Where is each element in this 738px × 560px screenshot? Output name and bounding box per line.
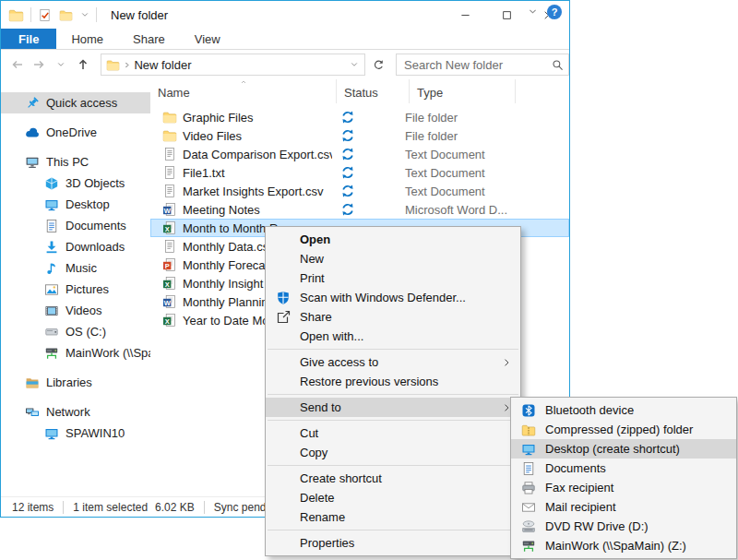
- minimize-button[interactable]: [445, 1, 486, 29]
- sidebar-item[interactable]: Music: [1, 257, 150, 279]
- sidebar-item[interactable]: Quick access: [1, 92, 150, 113]
- menu-item[interactable]: Copy: [266, 443, 520, 462]
- menu-item[interactable]: Documents: [511, 459, 736, 478]
- column-header[interactable]: Name: [150, 79, 337, 103]
- menu-item[interactable]: MainWork (\\SpaMain) (Z:): [511, 536, 736, 555]
- menu-item[interactable]: Properties: [266, 533, 520, 553]
- menu-item-label: Properties: [300, 536, 512, 550]
- search-icon[interactable]: [552, 58, 564, 75]
- file-row[interactable]: Data Comparison Export.csv Text Document: [150, 145, 569, 163]
- menu-item[interactable]: [268, 465, 518, 466]
- column-headers: Name Status Type: [150, 79, 569, 103]
- sidebar-item[interactable]: OneDrive: [1, 122, 150, 143]
- menu-item[interactable]: Give access to: [266, 352, 520, 372]
- sidebar-item-label: Downloads: [65, 240, 125, 254]
- back-button[interactable]: [6, 54, 29, 76]
- ribbon-tab[interactable]: Home: [56, 29, 118, 49]
- maximize-button[interactable]: [486, 1, 528, 29]
- menu-item[interactable]: Mail recipient: [511, 497, 736, 517]
- video-icon: [44, 304, 59, 318]
- expand-ribbon-chevron-icon[interactable]: [528, 6, 538, 17]
- music-icon: [44, 261, 59, 276]
- titlebar-divider: [96, 7, 97, 22]
- menu-item[interactable]: Open with...: [266, 327, 520, 346]
- sidebar-item[interactable]: 3D Objects: [1, 173, 150, 194]
- address-dropdown-chevron-icon[interactable]: [350, 60, 359, 69]
- menu-item[interactable]: Desktop (create shortcut): [511, 439, 736, 459]
- menu-item[interactable]: Create shortcut: [266, 469, 520, 488]
- sidebar-item[interactable]: Network: [1, 401, 150, 423]
- send-to-submenu: Bluetooth device Compressed (zipped) fol…: [510, 397, 737, 559]
- menu-item[interactable]: Open: [266, 230, 520, 249]
- recent-locations-chevron-icon[interactable]: [50, 54, 72, 76]
- text-icon: [162, 165, 177, 180]
- column-header[interactable]: Type: [410, 79, 516, 103]
- sidebar-item-label: Desktop: [65, 197, 110, 211]
- breadcrumb-chevron-icon[interactable]: [120, 61, 134, 69]
- sidebar-item[interactable]: Videos: [1, 300, 150, 321]
- sidebar-item[interactable]: OS (C:): [1, 321, 150, 342]
- menu-item[interactable]: Fax recipient: [511, 478, 736, 497]
- menu-item[interactable]: New: [266, 249, 520, 268]
- sidebar-item[interactable]: Libraries: [1, 372, 150, 393]
- up-button[interactable]: [72, 54, 94, 76]
- ribbon-tabs: File Home Share View: [1, 29, 569, 50]
- address-bar[interactable]: New folder: [101, 54, 365, 76]
- ribbon-tab[interactable]: Share: [118, 29, 180, 49]
- sidebar-item[interactable]: Desktop: [1, 194, 150, 215]
- file-type: Microsoft Word D...: [405, 203, 507, 217]
- refresh-button[interactable]: [368, 54, 388, 76]
- sidebar-item-label: Documents: [65, 219, 126, 232]
- ribbon-tab[interactable]: File: [1, 29, 56, 49]
- file-name: Data Comparison Export.csv: [177, 148, 332, 161]
- menu-item[interactable]: [268, 394, 518, 395]
- breadcrumb[interactable]: New folder: [134, 58, 191, 72]
- menu-item[interactable]: Print: [266, 268, 520, 288]
- file-name: File1.txt: [177, 166, 332, 180]
- menu-item[interactable]: Cut: [266, 423, 520, 443]
- menu-item-label: DVD RW Drive (D:): [545, 519, 728, 533]
- menu-item-label: Restore previous versions: [300, 375, 512, 388]
- file-row[interactable]: Market Insights Export.csv Text Document: [150, 182, 569, 200]
- new-folder-qat-icon[interactable]: [59, 8, 73, 22]
- file-row[interactable]: Graphic Files File folder: [150, 108, 569, 126]
- file-row[interactable]: Meeting Notes Microsoft Word D...: [150, 200, 569, 219]
- menu-item-label: Create shortcut: [300, 471, 512, 485]
- menu-item[interactable]: Send to: [266, 398, 520, 417]
- sidebar-item[interactable]: Downloads: [1, 236, 150, 257]
- properties-qat-icon[interactable]: [38, 8, 52, 22]
- menu-item[interactable]: [268, 530, 518, 530]
- monitor-icon: [44, 426, 59, 441]
- file-name: Market Insights Export.csv: [177, 185, 332, 198]
- sidebar-item[interactable]: SPAWIN10: [1, 423, 150, 444]
- menu-item[interactable]: Bluetooth device: [511, 400, 736, 420]
- menu-item[interactable]: Compressed (zipped) folder: [511, 420, 736, 439]
- menu-item[interactable]: Restore previous versions: [266, 372, 520, 391]
- menu-item[interactable]: [268, 420, 518, 421]
- file-row[interactable]: Video Files File folder: [150, 126, 569, 145]
- sidebar-item[interactable]: This PC: [1, 151, 150, 173]
- customize-qat-chevron-icon[interactable]: [80, 10, 89, 19]
- menu-item[interactable]: Scan with Windows Defender...: [266, 288, 520, 307]
- menu-item-label: Compressed (zipped) folder: [545, 423, 728, 436]
- menu-item[interactable]: Share: [266, 307, 520, 327]
- sidebar-item[interactable]: Documents: [1, 215, 150, 236]
- search-input[interactable]: [396, 54, 569, 76]
- excel-icon: [162, 313, 177, 328]
- sidebar-item[interactable]: Pictures: [1, 279, 150, 300]
- menu-item[interactable]: [268, 349, 518, 350]
- column-header[interactable]: Status: [337, 79, 410, 103]
- sidebar-item-label: Pictures: [65, 282, 109, 296]
- file-type: Text Document: [405, 166, 485, 180]
- ribbon-tab[interactable]: View: [180, 29, 235, 49]
- cube-icon: [44, 176, 59, 191]
- file-row[interactable]: File1.txt Text Document: [150, 163, 569, 182]
- menu-item[interactable]: DVD RW Drive (D:): [511, 517, 736, 536]
- network-drive-icon: [517, 539, 541, 554]
- help-icon[interactable]: ?: [547, 5, 562, 19]
- sidebar-item[interactable]: MainWork (\\SpaMai: [1, 342, 150, 363]
- forward-button[interactable]: [29, 54, 51, 76]
- menu-item[interactable]: Rename: [266, 507, 520, 527]
- menu-item[interactable]: Delete: [266, 488, 520, 507]
- dvd-icon: [517, 519, 541, 534]
